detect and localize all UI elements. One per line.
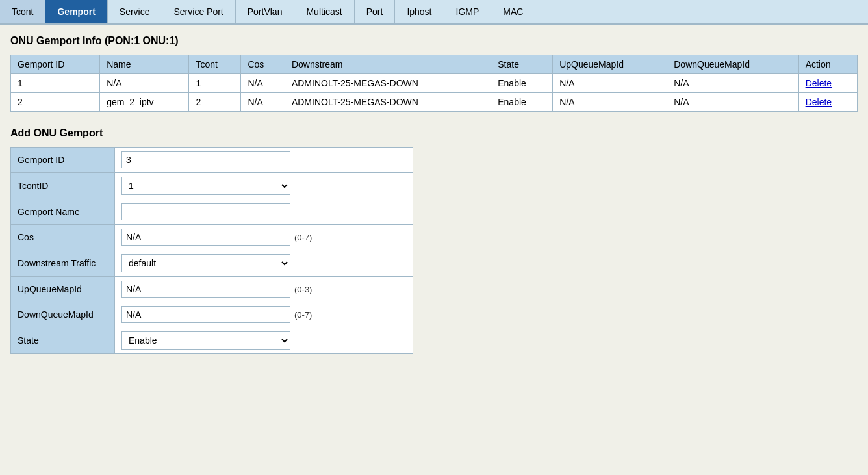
form-row-cos: Cos (0-7): [11, 225, 413, 250]
gemport-id-input[interactable]: [121, 151, 290, 168]
gemport-name-label: Gemport Name: [11, 199, 115, 225]
downstream-label: Downstream Traffic: [11, 250, 115, 277]
add-section-title: Add ONU Gemport: [10, 127, 858, 139]
tcont-id-label: TcontID: [11, 173, 115, 199]
gemport-id-label: Gemport ID: [11, 148, 115, 173]
state-select[interactable]: EnableDisable: [121, 331, 290, 350]
form-row-tcont-id: TcontID 1234: [11, 173, 413, 199]
delete-link[interactable]: Delete: [806, 97, 832, 107]
col-header: Downstream: [285, 55, 491, 74]
col-header: Gemport ID: [11, 55, 100, 74]
cos-label: Cos: [11, 225, 115, 250]
add-gemport-form: Gemport ID TcontID 1234 Gemport Name Cos: [10, 147, 413, 354]
cos-hint: (0-7): [294, 233, 312, 242]
downqueue-cell: (0-7): [115, 302, 413, 327]
col-header: DownQueueMapId: [667, 55, 798, 74]
tab-mac[interactable]: MAC: [491, 0, 535, 23]
col-header: UpQueueMapId: [553, 55, 667, 74]
upqueue-cell: (0-3): [115, 277, 413, 302]
gemport-name-input[interactable]: [121, 203, 290, 220]
form-row-gemport-name: Gemport Name: [11, 199, 413, 225]
form-row-upqueue: UpQueueMapId (0-3): [11, 277, 413, 302]
col-header: Action: [798, 55, 857, 74]
form-row-state: State EnableDisable: [11, 327, 413, 354]
cos-input[interactable]: [121, 229, 290, 246]
downstream-select[interactable]: defaultother: [121, 254, 290, 272]
tab-service-port[interactable]: Service Port: [162, 0, 236, 23]
downqueue-label: DownQueueMapId: [11, 302, 115, 327]
tab-portvlan[interactable]: PortVlan: [236, 0, 295, 23]
table-row: 1N/A1N/AADMINOLT-25-MEGAS-DOWNEnableN/AN…: [11, 74, 858, 93]
tcont-id-cell: 1234: [115, 173, 413, 199]
delete-link[interactable]: Delete: [806, 78, 832, 88]
gemport-name-cell: [115, 199, 413, 225]
tab-tcont[interactable]: Tcont: [0, 0, 45, 23]
tab-service[interactable]: Service: [108, 0, 162, 23]
state-label: State: [11, 327, 115, 354]
form-row-downstream: Downstream Traffic defaultother: [11, 250, 413, 277]
tab-multicast[interactable]: Multicast: [294, 0, 354, 23]
col-header: Name: [100, 55, 189, 74]
col-header: Tcont: [189, 55, 241, 74]
tab-port[interactable]: Port: [355, 0, 396, 23]
tab-bar: TcontGemportServiceService PortPortVlanM…: [0, 0, 868, 25]
downstream-cell: defaultother: [115, 250, 413, 277]
tab-igmp[interactable]: IGMP: [444, 0, 492, 23]
col-header: Cos: [241, 55, 285, 74]
state-cell: EnableDisable: [115, 327, 413, 354]
table-row: 2gem_2_iptv2N/AADMINOLT-25-MEGAS-DOWNEna…: [11, 93, 858, 112]
upqueue-input[interactable]: [121, 281, 290, 298]
upqueue-label: UpQueueMapId: [11, 277, 115, 302]
downqueue-hint: (0-7): [294, 310, 312, 320]
form-row-gemport-id: Gemport ID: [11, 148, 413, 173]
form-row-downqueue: DownQueueMapId (0-7): [11, 302, 413, 327]
cos-cell: (0-7): [115, 225, 413, 250]
downqueue-input[interactable]: [121, 306, 290, 323]
col-header: State: [491, 55, 553, 74]
tab-iphost[interactable]: Iphost: [395, 0, 444, 23]
page-title: ONU Gemport Info (PON:1 ONU:1): [10, 35, 858, 47]
tab-gemport[interactable]: Gemport: [45, 0, 107, 23]
tcont-id-select[interactable]: 1234: [121, 177, 290, 195]
gemport-id-cell: [115, 148, 413, 173]
upqueue-hint: (0-3): [294, 285, 312, 294]
gemport-info-table: Gemport IDNameTcontCosDownstreamStateUpQ…: [10, 55, 858, 112]
